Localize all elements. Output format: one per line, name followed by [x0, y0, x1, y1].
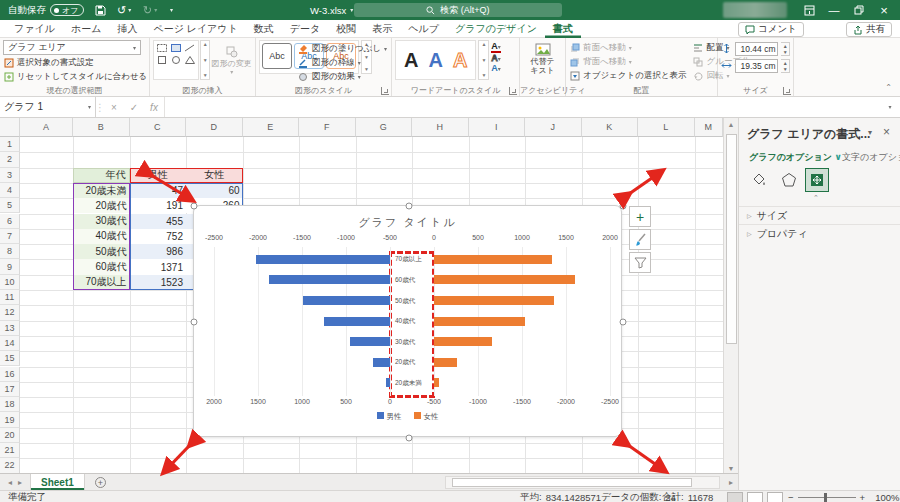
chart-resize-handle[interactable] [620, 319, 627, 326]
row-header-15[interactable]: 15 [0, 351, 20, 366]
tab-2[interactable]: ホーム [63, 20, 109, 38]
row-header-16[interactable]: 16 [0, 367, 20, 382]
row-header-10[interactable]: 10 [0, 275, 20, 290]
text-effects-button[interactable]: A▾ [491, 64, 501, 73]
select-all-button[interactable] [0, 118, 20, 137]
table-cell-male[interactable]: 191 [130, 198, 187, 213]
text-fill-button[interactable]: A▾ [491, 42, 501, 53]
row-header-7[interactable]: 7 [0, 229, 20, 244]
shape-effects-button[interactable]: 図形の効果▾ [298, 70, 387, 83]
chart-resize-handle[interactable] [620, 203, 627, 210]
column-header-E[interactable]: E [243, 118, 300, 137]
status-average[interactable]: 平均:834.1428571 [520, 491, 601, 502]
shape-styles-dialog-launcher[interactable] [381, 87, 389, 95]
chart-styles-button[interactable] [629, 229, 651, 250]
column-header-M[interactable]: M [695, 118, 724, 137]
row-header-2[interactable]: 2 [0, 152, 20, 167]
tab-11[interactable]: 書式 [545, 20, 581, 38]
column-header-H[interactable]: H [412, 118, 469, 137]
legend-item-女性[interactable]: 女性 [414, 412, 439, 422]
normal-view-button[interactable] [727, 492, 743, 502]
bar-male-60歳代[interactable] [269, 275, 390, 284]
row-header-17[interactable]: 17 [0, 382, 20, 397]
wordart-style-1[interactable]: A [404, 49, 418, 72]
pane-section-properties[interactable]: ▷ プロパティ [739, 224, 900, 242]
save-button[interactable] [95, 0, 106, 20]
row-header-3[interactable]: 3 [0, 168, 20, 183]
scroll-right-icon[interactable]: ▸ [729, 478, 733, 487]
shape-textbox-icon[interactable] [155, 42, 169, 54]
row-header-18[interactable]: 18 [0, 397, 20, 412]
row-header-1[interactable]: 1 [0, 137, 20, 152]
shape-style-1[interactable]: Abc [262, 43, 292, 69]
column-header-A[interactable]: A [20, 118, 73, 137]
share-button[interactable]: 共有 [846, 22, 892, 37]
ribbon-display-options-button[interactable] [797, 0, 821, 20]
quick-access-menu-button[interactable]: ▾ [170, 0, 173, 20]
vertical-scroll-thumb[interactable] [726, 134, 737, 344]
bar-male-30歳代[interactable] [350, 337, 390, 346]
table-cell-male[interactable]: 986 [130, 244, 187, 259]
chart-element-selector[interactable]: グラフ エリア▾ [3, 40, 141, 55]
zoom-slider-thumb[interactable] [824, 493, 827, 502]
redo-button[interactable]: ↻▾ [143, 0, 157, 20]
row-header-13[interactable]: 13 [0, 321, 20, 336]
column-header-L[interactable]: L [638, 118, 695, 137]
chart-resize-handle[interactable] [191, 319, 198, 326]
undo-button[interactable]: ↺▾ [117, 0, 131, 20]
row-header-5[interactable]: 5 [0, 198, 20, 213]
shape-gallery-scroll[interactable]: ▲▼▼ [200, 40, 210, 80]
column-header-C[interactable]: C [130, 118, 187, 137]
wordart-scroll[interactable]: ▲▼▼ [478, 40, 489, 80]
chart-legend[interactable]: 男性女性 [194, 412, 621, 422]
add-sheet-button[interactable]: + [85, 474, 116, 490]
alt-text-button[interactable]: 代替テ キスト [523, 40, 562, 75]
wordart-style-2[interactable]: A [428, 49, 442, 72]
page-layout-view-button[interactable] [747, 492, 763, 502]
format-selection-button[interactable]: 選択対象の書式設定 [3, 56, 146, 69]
comments-button[interactable]: コメント [738, 22, 804, 37]
autosave-toggle[interactable]: 自動保存 オフ [8, 0, 84, 20]
horizontal-scrollbar[interactable]: ▸ [445, 476, 720, 489]
chart-filters-button[interactable] [629, 252, 651, 273]
wordart-style-3[interactable]: A [453, 49, 467, 72]
shape-rectangle-icon[interactable] [169, 42, 183, 54]
bring-forward-button[interactable]: 前面へ移動▾ [569, 41, 687, 54]
size-properties-icon[interactable] [805, 168, 829, 192]
row-header-20[interactable]: 20 [0, 428, 20, 443]
bar-female-70歳以上[interactable] [434, 255, 552, 264]
tab-9[interactable]: ヘルプ [400, 20, 447, 38]
text-outline-button[interactable]: A▾ [491, 54, 501, 63]
shape-height-field[interactable]: 10.44 cm ▲▼ [721, 42, 790, 55]
chart-resize-handle[interactable] [405, 203, 412, 210]
selection-pane-button[interactable]: オブジェクトの選択と表示 [569, 69, 687, 82]
pane-section-size[interactable]: ▷ サイズ [739, 206, 900, 224]
effects-icon[interactable] [777, 168, 801, 192]
collapse-ribbon-button[interactable]: ⌃ [885, 83, 892, 92]
chart-resize-handle[interactable] [191, 203, 198, 210]
shape-square-icon[interactable] [155, 54, 169, 66]
pane-close-button[interactable]: × [883, 125, 890, 139]
row-header-6[interactable]: 6 [0, 214, 20, 229]
row-header-4[interactable]: 4 [0, 183, 20, 198]
table-cell-male[interactable]: 752 [130, 229, 187, 244]
zoom-level[interactable]: 100% [875, 492, 899, 502]
table-cell-age[interactable]: 50歳代 [73, 244, 130, 259]
column-header-K[interactable]: K [582, 118, 639, 137]
shape-fill-button[interactable]: 図形の塗りつぶし▾ [298, 42, 387, 55]
reset-to-match-style-button[interactable]: リセットしてスタイルに合わせる [3, 70, 146, 83]
restore-button[interactable] [847, 0, 871, 20]
table-cell-female[interactable]: 60 [186, 183, 243, 198]
formula-input[interactable] [164, 97, 880, 117]
search-input[interactable]: 検索 (Alt+Q) [354, 3, 562, 17]
row-header-14[interactable]: 14 [0, 336, 20, 351]
status-sum[interactable]: 合計:11678 [662, 491, 713, 502]
shape-circle-icon[interactable] [169, 54, 183, 66]
column-header-G[interactable]: G [356, 118, 413, 137]
row-header-19[interactable]: 19 [0, 412, 20, 427]
pane-tab-text-options[interactable]: 文字のオプション [842, 151, 900, 164]
vertical-scrollbar[interactable]: ▲ ▼ [723, 118, 738, 473]
row-header-11[interactable]: 11 [0, 290, 20, 305]
table-cell-age[interactable]: 60歳代 [73, 259, 130, 274]
bar-female-20歳代[interactable] [434, 358, 457, 367]
